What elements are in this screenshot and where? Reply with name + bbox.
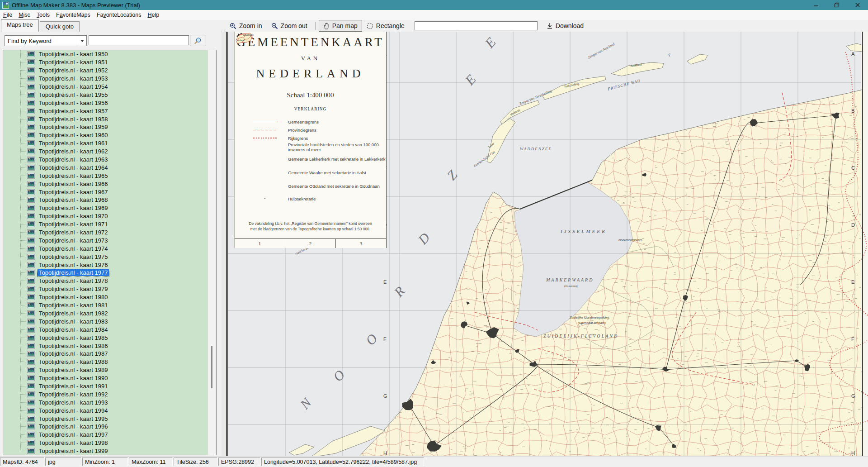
tree-scrollbar-thumb[interactable]: [211, 346, 212, 388]
tree-item[interactable]: Topotijdreis.nl - kaart 1983: [3, 317, 208, 325]
tree-item[interactable]: Topotijdreis.nl - kaart 1999: [3, 447, 208, 455]
toolbar-input[interactable]: [415, 21, 538, 30]
svg-text:C: C: [851, 165, 855, 171]
map-item-icon: [27, 367, 35, 373]
maps-tree-list: Topotijdreis.nl - kaart 1950 Topotijdrei…: [3, 50, 208, 455]
tree-item[interactable]: Topotijdreis.nl - kaart 1997: [3, 431, 208, 439]
tree-item[interactable]: Topotijdreis.nl - kaart 1982: [3, 310, 208, 318]
tree-item[interactable]: Topotijdreis.nl - kaart 1952: [3, 67, 208, 75]
map-item-icon: [27, 424, 35, 429]
tree-item[interactable]: Topotijdreis.nl - kaart 1967: [3, 188, 208, 196]
tree-item[interactable]: Topotijdreis.nl - kaart 1988: [3, 358, 208, 366]
menu-file[interactable]: File: [0, 11, 15, 19]
rectangle-button[interactable]: Rectangle: [362, 20, 409, 32]
tree-item[interactable]: Topotijdreis.nl - kaart 1985: [3, 334, 208, 342]
tree-item[interactable]: Topotijdreis.nl - kaart 1994: [3, 406, 208, 415]
tree-item[interactable]: Topotijdreis.nl - kaart 1995: [3, 415, 208, 423]
tree-item[interactable]: Topotijdreis.nl - kaart 1966: [3, 180, 208, 188]
tree-item[interactable]: Topotijdreis.nl - kaart 1965: [3, 172, 208, 180]
gemeentegrens-symbol: [253, 122, 277, 122]
tree-branch-line: [20, 346, 26, 346]
tab-maps-tree[interactable]: Maps tree: [1, 19, 39, 32]
tree-item-label: Topotijdreis.nl - kaart 1971: [38, 221, 109, 228]
tree-branch-line: [20, 248, 26, 249]
tree-item[interactable]: Topotijdreis.nl - kaart 1981: [3, 301, 208, 310]
tree-item[interactable]: Topotijdreis.nl - kaart 1957: [3, 107, 208, 115]
tree-item[interactable]: Topotijdreis.nl - kaart 1962: [3, 148, 208, 156]
tree-item[interactable]: Topotijdreis.nl - kaart 1971: [3, 220, 208, 229]
tree-item[interactable]: Topotijdreis.nl - kaart 1970: [3, 212, 208, 220]
search-mode-combobox[interactable]: Find by Keyword: [5, 35, 87, 46]
tree-scrollbar[interactable]: [208, 50, 216, 455]
tree-item-label: Topotijdreis.nl - kaart 1983: [38, 318, 109, 325]
tree-item[interactable]: Topotijdreis.nl - kaart 1959: [3, 123, 208, 131]
tree-item[interactable]: Topotijdreis.nl - kaart 1992: [3, 390, 208, 398]
tree-branch-line: [20, 265, 26, 265]
menu-favoritelocations[interactable]: FavoriteLocations: [94, 11, 145, 19]
tree-item[interactable]: Topotijdreis.nl - kaart 1998: [3, 439, 208, 447]
status-format: jpg: [45, 457, 81, 466]
map-item-icon: [27, 148, 35, 154]
tree-item[interactable]: Topotijdreis.nl - kaart 1991: [3, 382, 208, 391]
tree-item-selected[interactable]: Topotijdreis.nl - kaart 1977: [3, 269, 208, 277]
tree-item[interactable]: Topotijdreis.nl - kaart 1974: [3, 244, 208, 253]
tree-item[interactable]: Topotijdreis.nl - kaart 1954: [3, 83, 208, 91]
tree-item[interactable]: Topotijdreis.nl - kaart 1951: [3, 58, 208, 67]
tree-item[interactable]: Topotijdreis.nl - kaart 1963: [3, 156, 208, 164]
tree-item[interactable]: Topotijdreis.nl - kaart 1964: [3, 163, 208, 172]
tree-item[interactable]: Topotijdreis.nl - kaart 1989: [3, 366, 208, 374]
search-input[interactable]: [89, 35, 189, 45]
tree-item[interactable]: Topotijdreis.nl - kaart 1960: [3, 131, 208, 139]
tree-item[interactable]: Topotijdreis.nl - kaart 1975: [3, 253, 208, 261]
tree-item[interactable]: Topotijdreis.nl - kaart 1990: [3, 374, 208, 382]
tree-branch-line: [20, 353, 26, 354]
tree-item[interactable]: Topotijdreis.nl - kaart 1973: [3, 236, 208, 244]
tree-item-label: Topotijdreis.nl - kaart 1993: [38, 399, 109, 406]
tree-item[interactable]: Topotijdreis.nl - kaart 1996: [3, 423, 208, 431]
tree-item[interactable]: Topotijdreis.nl - kaart 1972: [3, 229, 208, 237]
tree-item[interactable]: Topotijdreis.nl - kaart 1993: [3, 398, 208, 406]
tree-branch-line: [20, 386, 26, 386]
menu-tools[interactable]: Tools: [33, 11, 53, 19]
close-button[interactable]: [847, 0, 868, 10]
tree-item-label: Topotijdreis.nl - kaart 1986: [38, 343, 109, 349]
window-title: Offline Map Maker 8.383 - Maps Previewer…: [12, 2, 140, 9]
tree-item[interactable]: Topotijdreis.nl - kaart 1953: [3, 75, 208, 83]
tree-item[interactable]: Topotijdreis.nl - kaart 1979: [3, 285, 208, 293]
tree-item[interactable]: Topotijdreis.nl - kaart 1980: [3, 293, 208, 301]
tree-item[interactable]: Topotijdreis.nl - kaart 1986: [3, 342, 208, 350]
tree-item[interactable]: Topotijdreis.nl - kaart 1961: [3, 139, 208, 148]
map-item-icon: [27, 383, 35, 389]
tree-item[interactable]: Topotijdreis.nl - kaart 1978: [3, 277, 208, 285]
tree-item-label: Topotijdreis.nl - kaart 1975: [38, 253, 109, 260]
tree-item[interactable]: Topotijdreis.nl - kaart 1976: [3, 261, 208, 269]
map-item-icon: [27, 448, 35, 454]
tree-branch-line: [20, 103, 26, 103]
tree-item[interactable]: Topotijdreis.nl - kaart 1968: [3, 196, 208, 204]
menu-misc[interactable]: Misc: [15, 11, 33, 19]
menu-favoritemaps[interactable]: FavoriteMaps: [53, 11, 94, 19]
map-item-icon: [27, 157, 35, 162]
map-item-icon: [27, 221, 35, 227]
tree-item-label: Topotijdreis.nl - kaart 1955: [38, 91, 109, 98]
download-button[interactable]: Download: [542, 20, 588, 32]
minimize-button[interactable]: [806, 0, 826, 10]
tree-item[interactable]: Topotijdreis.nl - kaart 1987: [3, 350, 208, 358]
chevron-down-icon[interactable]: [78, 36, 86, 46]
tree-item[interactable]: Topotijdreis.nl - kaart 1958: [3, 115, 208, 123]
menu-help[interactable]: Help: [144, 11, 162, 19]
tree-item[interactable]: Topotijdreis.nl - kaart 1950: [3, 50, 208, 58]
tab-quick-goto[interactable]: Quick goto: [40, 21, 80, 32]
search-button[interactable]: [190, 35, 206, 46]
tree-item[interactable]: Topotijdreis.nl - kaart 1955: [3, 91, 208, 99]
zoom-in-button[interactable]: Zoom in: [225, 20, 267, 32]
restore-button[interactable]: [826, 0, 847, 10]
pan-map-button[interactable]: Pan map: [319, 20, 362, 32]
svg-text:G: G: [851, 393, 855, 399]
tree-item-label: Topotijdreis.nl - kaart 1965: [38, 172, 109, 179]
zoom-out-button[interactable]: Zoom out: [267, 20, 312, 32]
tree-item[interactable]: Topotijdreis.nl - kaart 1969: [3, 204, 208, 212]
tree-item[interactable]: Topotijdreis.nl - kaart 1984: [3, 325, 208, 334]
map-viewport[interactable]: N O O R D Z E E IJSSELMEER MARKERWAARD (…: [222, 32, 868, 456]
tree-item[interactable]: Topotijdreis.nl - kaart 1956: [3, 99, 208, 107]
